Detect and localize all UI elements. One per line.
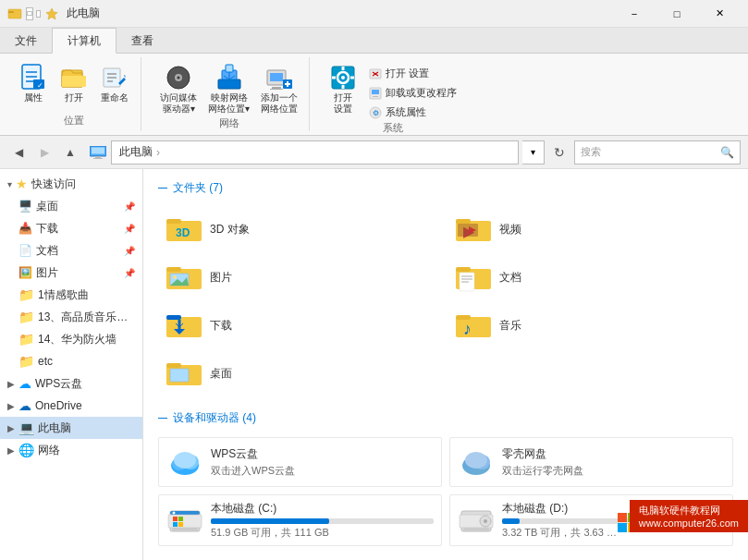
- svg-rect-25: [270, 73, 283, 81]
- quick-access-icon: [7, 6, 22, 21]
- tab-view[interactable]: 查看: [116, 28, 168, 54]
- watermark: 电脑软硬件教程网 www.computer26.com: [630, 500, 748, 532]
- properties-button[interactable]: ✓ 属性: [15, 61, 52, 105]
- search-bar[interactable]: 搜索 🔍: [574, 140, 741, 164]
- thispc-icon: 💻: [18, 420, 34, 435]
- pictures-pin: 📌: [124, 268, 135, 278]
- sidebar-folder1[interactable]: 📁 1情感歌曲: [0, 284, 142, 306]
- refresh-button[interactable]: ↻: [548, 140, 570, 164]
- svg-rect-27: [270, 89, 283, 90]
- folder-music[interactable]: ♪ 音乐: [448, 303, 733, 347]
- folder-3d-label: 3D 对象: [210, 222, 250, 237]
- folder-pic[interactable]: 图片: [158, 255, 444, 299]
- sidebar-onedrive[interactable]: ▶ ☁ OneDrive: [0, 395, 142, 417]
- tab-computer[interactable]: 计算机: [52, 28, 116, 54]
- svg-rect-18: [218, 79, 240, 89]
- folder-video-label: 视频: [499, 222, 521, 237]
- svg-rect-37: [350, 77, 354, 79]
- address-bar[interactable]: 此电脑 ›: [111, 140, 519, 164]
- drive-d-bar: [502, 518, 520, 524]
- wps-icon: ☁: [18, 376, 31, 391]
- sidebar-folder3[interactable]: 📁 14、华为防火墙: [0, 328, 142, 350]
- forward-button[interactable]: ▶: [33, 141, 55, 164]
- sidebar-etc[interactable]: 📁 etc: [0, 350, 142, 372]
- sidebar-quick-access[interactable]: ▾ ★ 快速访问: [0, 173, 142, 195]
- svg-point-17: [178, 77, 180, 79]
- sidebar-wps[interactable]: ▶ ☁ WPS云盘: [0, 372, 142, 395]
- uninstall-label: 打开 设置: [386, 67, 429, 80]
- ribbon-tabs: 文件 计算机 查看: [0, 28, 748, 54]
- svg-rect-95: [173, 517, 178, 521]
- map-network-button[interactable]: 映射网络网络位置▾: [204, 61, 253, 116]
- desktop-pin: 📌: [124, 201, 135, 212]
- sidebar-folder2-label: 13、高品质音乐下…: [38, 310, 135, 325]
- drive-wps[interactable]: WPS云盘 双击进入WPS云盘: [158, 437, 442, 487]
- folder-doc-label: 文档: [499, 270, 521, 286]
- manage-button[interactable]: ⚙ 系统属性: [365, 103, 460, 121]
- sidebar-documents-label: 文档: [36, 243, 120, 259]
- network-items: 访问媒体驱动器▾: [156, 57, 301, 116]
- sidebar-pictures[interactable]: 🖼️ 图片 📌: [0, 262, 142, 284]
- sidebar-quick-access-label: 快速访问: [31, 177, 135, 192]
- svg-text:⚙: ⚙: [373, 109, 379, 117]
- open-settings-button[interactable]: 打开设置: [325, 61, 362, 116]
- open-button[interactable]: 打开: [55, 61, 92, 105]
- folder-3d[interactable]: 3D 3D 对象: [158, 207, 444, 251]
- title-controls: − □ ✕: [613, 0, 741, 28]
- svg-rect-79: [166, 363, 181, 368]
- window-title: 此电脑: [67, 6, 100, 21]
- sidebar-network[interactable]: ▶ 🌐 网络: [0, 439, 142, 461]
- folder-desktop-icon: [166, 357, 202, 390]
- maximize-button[interactable]: □: [656, 0, 698, 28]
- folder-video[interactable]: ▶ 视频: [448, 207, 733, 251]
- sidebar-desktop[interactable]: 🖥️ 桌面 📌: [0, 195, 142, 217]
- minimize-button[interactable]: −: [613, 0, 656, 28]
- rename-label: 重命名: [101, 92, 129, 103]
- sidebar-documents[interactable]: 📄 文档 📌: [0, 239, 142, 262]
- wps-arrow: ▶: [7, 379, 15, 389]
- sidebar-folder2[interactable]: 📁 13、高品质音乐下…: [0, 306, 142, 328]
- sidebar-folder1-label: 1情感歌曲: [38, 287, 135, 303]
- network-group-label: 网络: [219, 116, 239, 134]
- media-drive-icon: [164, 63, 193, 92]
- svg-rect-43: [373, 96, 378, 97]
- svg-rect-97: [173, 522, 178, 527]
- folder-doc[interactable]: 文档: [448, 255, 733, 299]
- drive-c[interactable]: Win 本地磁盘 (C:): [158, 494, 442, 546]
- quick-access-arrow: ▾: [7, 179, 12, 189]
- watermark-line1: 电脑软硬件教程网: [639, 504, 739, 517]
- back-button[interactable]: ◀: [7, 141, 30, 164]
- sidebar-folder3-label: 14、华为防火墙: [38, 332, 135, 347]
- folder-pic-icon: [166, 261, 202, 294]
- onedrive-icon: ☁: [18, 398, 31, 413]
- folder-desktop[interactable]: 桌面: [158, 351, 444, 396]
- folder-music-label: 音乐: [499, 318, 521, 334]
- settings-icon: [328, 63, 358, 92]
- ribbon-group-network: 访问媒体驱动器▾: [149, 57, 310, 131]
- media-drive-button[interactable]: 访问媒体驱动器▾: [156, 61, 201, 116]
- sidebar-thispc-label: 此电脑: [38, 420, 135, 436]
- drive-c-bar-container: [211, 518, 434, 524]
- close-button[interactable]: ✕: [698, 0, 741, 28]
- rename-button[interactable]: 重命名: [96, 61, 133, 105]
- add-network-button[interactable]: 添加一个网络位置: [257, 61, 301, 116]
- svg-rect-10: [62, 76, 86, 87]
- tab-file[interactable]: 文件: [0, 28, 52, 54]
- manage-label: 系统属性: [386, 105, 426, 119]
- drive-cloud2[interactable]: 零壳网盘 双击运行零壳网盘: [449, 437, 733, 487]
- svg-rect-48: [95, 156, 101, 158]
- svg-rect-34: [342, 67, 345, 70]
- system-props-button[interactable]: 卸载或更改程序: [365, 84, 460, 102]
- svg-rect-49: [93, 158, 103, 159]
- ribbon-group-system: 打开设置 打开 设置 卸载或更改程序 ⚙ 系统属性: [317, 57, 468, 131]
- up-button[interactable]: ▲: [59, 141, 81, 164]
- sidebar-download[interactable]: 📥 下载 📌: [0, 217, 142, 239]
- folder-pic-label: 图片: [210, 270, 232, 286]
- address-dropdown[interactable]: ▾: [522, 140, 545, 164]
- system-props-label: 卸载或更改程序: [386, 86, 457, 100]
- add-network-label: 添加一个网络位置: [261, 92, 298, 115]
- sidebar-this-pc[interactable]: ▶ 💻 此电脑: [0, 417, 142, 439]
- uninstall-button[interactable]: 打开 设置: [365, 65, 460, 82]
- star-icon: [44, 6, 59, 21]
- folder-download[interactable]: 下载: [158, 303, 444, 347]
